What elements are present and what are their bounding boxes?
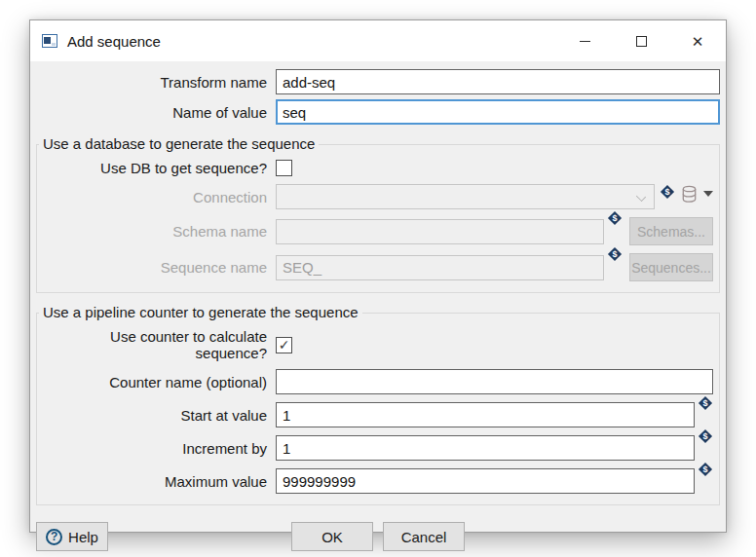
dialog-body: Transform name Name of value Use a datab… — [30, 61, 726, 551]
counter-name-input[interactable] — [276, 369, 713, 394]
schemas-button[interactable]: Schemas... — [629, 217, 713, 245]
use-db-checkbox[interactable] — [276, 160, 292, 176]
dropdown-arrow-icon[interactable] — [703, 191, 713, 197]
variable-icon: $ — [660, 184, 675, 200]
footer: ? Help OK Cancel — [30, 522, 726, 551]
name-of-value-input[interactable] — [276, 99, 720, 125]
start-value-input[interactable] — [276, 402, 695, 427]
transform-name-input[interactable] — [276, 69, 720, 94]
window-controls: ✕ — [556, 20, 726, 61]
database-group: Use a database to generate the sequence … — [36, 144, 720, 293]
use-counter-row: Use counter to calculate sequence? ✓ — [43, 328, 713, 361]
help-button[interactable]: ? Help — [36, 522, 108, 551]
increment-row: Increment by $ — [43, 435, 713, 461]
help-icon: ? — [46, 529, 62, 545]
variable-icon: $ — [698, 428, 713, 444]
maximum-value-row: Maximum value $ — [43, 468, 713, 494]
close-button[interactable]: ✕ — [669, 20, 726, 61]
variable-icon: $ — [698, 395, 713, 411]
variable-icon: $ — [698, 462, 713, 477]
transform-name-row: Transform name — [36, 69, 720, 94]
use-db-label: Use DB to get sequence? — [43, 160, 276, 176]
start-value-row: Start at value $ — [43, 402, 713, 427]
schema-name-label: Schema name — [43, 223, 276, 240]
connection-row: Connection $ — [43, 184, 713, 209]
ok-button[interactable]: OK — [291, 522, 373, 551]
use-counter-label: Use counter to calculate sequence? — [43, 328, 276, 361]
increment-by-input[interactable] — [276, 435, 695, 461]
connection-combo[interactable] — [276, 184, 655, 209]
increment-by-label: Increment by — [43, 440, 276, 457]
maximum-value-input[interactable] — [276, 468, 695, 494]
counter-name-label: Counter name (optional) — [43, 374, 276, 390]
window-icon — [42, 34, 58, 49]
sequence-row: Sequence name $ Sequences... — [43, 253, 713, 281]
schema-name-input[interactable] — [276, 219, 604, 244]
transform-name-label: Transform name — [36, 74, 276, 91]
ok-cancel-group: OK Cancel — [30, 522, 726, 551]
add-sequence-dialog: Add sequence ✕ Transform name Name of va… — [29, 19, 727, 533]
chevron-down-icon — [636, 192, 646, 202]
counter-name-row: Counter name (optional) — [43, 369, 713, 394]
minimize-button[interactable] — [556, 20, 613, 61]
start-value-label: Start at value — [43, 407, 276, 424]
name-of-value-label: Name of value — [36, 104, 276, 121]
connection-label: Connection — [43, 189, 276, 205]
use-db-row: Use DB to get sequence? — [43, 160, 713, 176]
minimize-icon — [580, 41, 590, 42]
close-icon: ✕ — [692, 34, 704, 49]
help-button-label: Help — [68, 529, 98, 545]
database-icon[interactable] — [681, 185, 698, 204]
maximize-icon — [636, 36, 647, 47]
name-of-value-row: Name of value — [36, 99, 720, 125]
cancel-button[interactable]: Cancel — [383, 522, 465, 551]
sequence-name-label: Sequence name — [43, 259, 276, 276]
window-title: Add sequence — [67, 33, 161, 50]
counter-group-title: Use a pipeline counter to generate the s… — [39, 304, 362, 320]
use-counter-checkbox[interactable]: ✓ — [276, 337, 292, 353]
variable-icon: $ — [607, 246, 623, 262]
maximize-button[interactable] — [613, 20, 669, 61]
titlebar: Add sequence ✕ — [30, 20, 726, 61]
maximum-value-label: Maximum value — [43, 473, 276, 490]
sequence-name-input[interactable] — [276, 255, 604, 280]
schema-row: Schema name $ Schemas... — [43, 217, 713, 245]
counter-group: Use a pipeline counter to generate the s… — [36, 313, 720, 505]
database-group-title: Use a database to generate the sequence — [39, 135, 319, 152]
variable-icon: $ — [607, 210, 623, 226]
sequences-button[interactable]: Sequences... — [629, 253, 713, 281]
